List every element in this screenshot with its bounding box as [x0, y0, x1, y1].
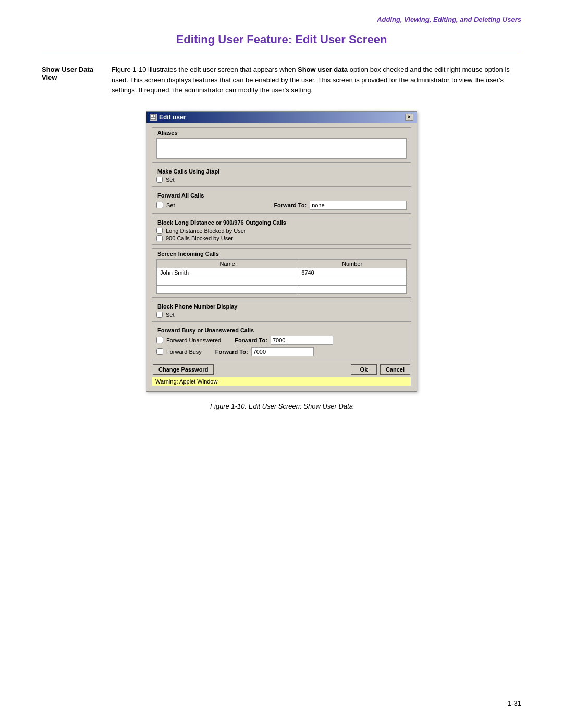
long-distance-checkbox[interactable]: [156, 228, 163, 234]
block-phone-checkbox[interactable]: [156, 312, 163, 318]
dialog-body: Aliases Make Calls Using Jtapi Set Forwa…: [146, 123, 417, 391]
block-phone-group: Block Phone Number Display Set: [152, 301, 411, 322]
change-password-button[interactable]: Change Password: [153, 364, 214, 375]
forward-all-set-label: Set: [166, 202, 175, 208]
table-cell-number: 6740: [298, 268, 407, 277]
label-line2: View: [42, 73, 57, 81]
forward-all-legend: Forward All Calls: [156, 192, 407, 199]
label-line1: Show User Data: [42, 66, 93, 73]
forward-all-to-input[interactable]: [310, 201, 407, 210]
table-empty-number2: [298, 285, 407, 293]
make-calls-set-label: Set: [166, 177, 175, 183]
dialog-close-button[interactable]: ×: [405, 114, 413, 121]
svg-rect-3: [151, 118, 155, 119]
forward-unanswered-to-label: Forward To:: [235, 337, 267, 343]
forward-all-to-label: Forward To:: [274, 202, 307, 208]
cancel-button[interactable]: Cancel: [380, 364, 410, 375]
title-divider: [42, 52, 521, 52]
block-long-dist-group: Block Long Distance or 900/976 Outgoing …: [152, 217, 411, 245]
dialog-titlebar: Edit user ×: [146, 112, 417, 123]
page: Adding, Viewing, Editing, and Deleting U…: [0, 0, 563, 728]
table-header-number: Number: [298, 259, 407, 268]
dialog-app-icon: [150, 114, 157, 121]
section-text: Figure 1-10 illustrates the edit user sc…: [112, 65, 521, 95]
header-right-text: Adding, Viewing, Editing, and Deleting U…: [42, 16, 521, 23]
block-long-dist-legend: Block Long Distance or 900/976 Outgoing …: [156, 219, 407, 226]
section-body: Figure 1-10 illustrates the edit user sc…: [112, 65, 521, 98]
make-calls-row: Set: [156, 177, 407, 183]
table-empty-name: [157, 277, 298, 285]
svg-rect-1: [151, 115, 153, 117]
block-phone-row: Set: [156, 312, 407, 318]
calls-900-label: 900 Calls Blocked by User: [166, 235, 233, 241]
forward-busy-check-label: Forward Busy: [166, 349, 202, 355]
table-row: John Smith 6740: [157, 268, 407, 277]
forward-busy-group: Forward Busy or Unanswered Calls Forward…: [152, 325, 411, 360]
page-number: 1-31: [508, 699, 521, 707]
content-section: Show User Data View Figure 1-10 illustra…: [42, 65, 521, 98]
long-distance-row: Long Distance Blocked by User: [156, 228, 407, 234]
make-calls-legend: Make Calls Using Jtapi: [156, 168, 407, 175]
section-label: Show User Data View: [42, 65, 99, 98]
figure-caption: Figure 1-10. Edit User Screen: Show User…: [42, 402, 521, 410]
aliases-legend: Aliases: [156, 130, 407, 136]
long-distance-label: Long Distance Blocked by User: [166, 228, 246, 234]
titlebar-left: Edit user: [150, 114, 186, 121]
forward-all-group: Forward All Calls Set Forward To:: [152, 190, 411, 214]
aliases-box: [156, 138, 407, 159]
forward-unanswered-row: Forward Unanswered Forward To:: [156, 336, 407, 345]
make-calls-checkbox[interactable]: [156, 177, 163, 183]
page-title: Editing User Feature: Edit User Screen: [42, 33, 521, 46]
forward-busy-legend: Forward Busy or Unanswered Calls: [156, 327, 407, 334]
warning-bar: Warning: Applet Window: [152, 377, 411, 386]
edit-user-dialog: Edit user × Aliases Make Calls Using Jta…: [146, 111, 417, 392]
screen-incoming-table: Name Number John Smith 6740: [156, 259, 407, 294]
block-phone-set-label: Set: [166, 312, 175, 318]
forward-unanswered-checkbox[interactable]: [156, 337, 163, 343]
calls-900-row: 900 Calls Blocked by User: [156, 235, 407, 241]
forward-all-row: Set Forward To:: [156, 201, 407, 210]
table-header-name: Name: [157, 259, 298, 268]
calls-900-checkbox[interactable]: [156, 235, 163, 241]
aliases-group: Aliases: [152, 127, 411, 163]
table-header-row: Name Number: [157, 259, 407, 268]
forward-busy-to-input[interactable]: [251, 347, 314, 356]
screen-incoming-legend: Screen Incoming Calls: [156, 251, 407, 257]
forward-all-checkbox[interactable]: [156, 202, 163, 208]
table-empty-number: [298, 277, 407, 285]
forward-unanswered-to-input[interactable]: [271, 336, 333, 345]
table-empty-row: [157, 277, 407, 285]
dialog-title: Edit user: [159, 114, 186, 121]
dialog-buttons-row: Change Password Ok Cancel: [152, 364, 411, 375]
table-empty-name2: [157, 285, 298, 293]
forward-busy-row: Forward Busy Forward To:: [156, 347, 407, 356]
table-empty-row2: [157, 285, 407, 293]
make-calls-group: Make Calls Using Jtapi Set: [152, 166, 411, 187]
block-phone-legend: Block Phone Number Display: [156, 303, 407, 310]
screen-incoming-group: Screen Incoming Calls Name Number John S…: [152, 248, 411, 298]
table-cell-name: John Smith: [157, 268, 298, 277]
ok-button[interactable]: Ok: [351, 364, 377, 375]
dialog-container: Edit user × Aliases Make Calls Using Jta…: [42, 111, 521, 392]
forward-busy-to-label: Forward To:: [215, 349, 248, 355]
forward-unanswered-label: Forward Unanswered: [166, 337, 221, 343]
svg-rect-2: [154, 115, 155, 117]
forward-busy-checkbox[interactable]: [156, 348, 163, 355]
